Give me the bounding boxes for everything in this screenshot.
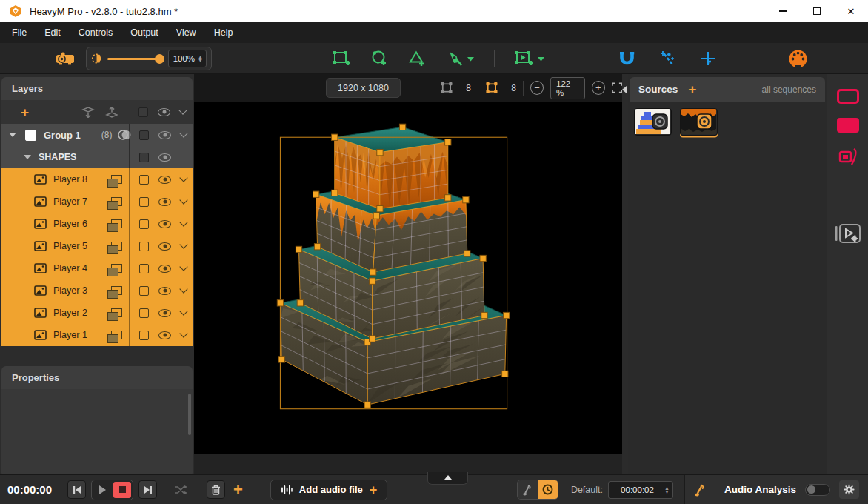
add-source-button[interactable]: + bbox=[688, 82, 696, 96]
player-chevron-icon[interactable] bbox=[179, 329, 187, 337]
add-triangle-icon[interactable] bbox=[408, 50, 426, 67]
group-row[interactable]: Group 1 (8) bbox=[1, 124, 193, 146]
layer-row-player-2[interactable]: Player 2 bbox=[1, 302, 193, 324]
layer-row-player-3[interactable]: Player 3 bbox=[1, 279, 193, 302]
layer-row-player-5[interactable]: Player 5 bbox=[1, 235, 193, 257]
layer-row-player-8[interactable]: Player 8 bbox=[1, 168, 193, 190]
minimize-button[interactable] bbox=[766, 0, 800, 22]
layers-eye-all-icon[interactable] bbox=[158, 108, 170, 116]
delete-sequence-button[interactable] bbox=[207, 480, 225, 499]
shapes-checkbox[interactable] bbox=[139, 153, 149, 162]
time-mode-button[interactable] bbox=[538, 480, 558, 499]
player-chevron-icon[interactable] bbox=[179, 218, 187, 226]
duplicate-icon[interactable] bbox=[111, 175, 122, 184]
close-button[interactable]: ✕ bbox=[834, 0, 868, 22]
player-eye-icon[interactable] bbox=[158, 242, 171, 251]
group-collapse-icon[interactable] bbox=[9, 133, 16, 137]
bring-forward-icon[interactable] bbox=[105, 107, 118, 118]
player-chevron-icon[interactable] bbox=[179, 262, 187, 271]
audio-analysis-toggle[interactable] bbox=[805, 484, 830, 496]
mapping-scene[interactable] bbox=[194, 102, 622, 454]
skip-start-button[interactable] bbox=[67, 480, 86, 499]
timeline-expand-handle[interactable] bbox=[427, 472, 468, 485]
magnet-icon[interactable] bbox=[618, 50, 636, 67]
player-eye-icon[interactable] bbox=[158, 198, 171, 206]
shapes-row[interactable]: SHAPES bbox=[1, 146, 193, 168]
pen-dropdown-icon[interactable] bbox=[467, 56, 474, 62]
player-checkbox[interactable] bbox=[139, 264, 149, 273]
beat-mode-button[interactable] bbox=[518, 480, 538, 499]
default-duration-spinner[interactable]: 00:00:02 ▲▼ bbox=[608, 481, 673, 499]
menu-controls[interactable]: Controls bbox=[70, 24, 122, 42]
beat-icon[interactable] bbox=[694, 483, 706, 497]
layers-chevron-all-icon[interactable] bbox=[178, 106, 187, 114]
pen-tool-icon[interactable] bbox=[446, 50, 464, 67]
layer-row-player-7[interactable]: Player 7 bbox=[1, 190, 193, 213]
duplicate-icon[interactable] bbox=[111, 331, 122, 339]
opacity-value-spinner[interactable]: 100% ▲▼ bbox=[168, 50, 207, 67]
menu-file[interactable]: File bbox=[3, 24, 36, 42]
menu-output[interactable]: Output bbox=[121, 24, 167, 42]
player-checkbox[interactable] bbox=[139, 242, 149, 251]
duplicate-icon[interactable] bbox=[111, 219, 122, 228]
mapping-canvas[interactable] bbox=[194, 102, 622, 454]
shapes-eye-icon[interactable] bbox=[158, 153, 171, 162]
zoom-in-button[interactable]: + bbox=[592, 81, 605, 95]
player-chevron-icon[interactable] bbox=[179, 307, 187, 315]
panel-collapse-strip[interactable] bbox=[622, 74, 628, 474]
group-chevron-icon[interactable] bbox=[179, 129, 187, 137]
player-checkbox[interactable] bbox=[139, 286, 149, 296]
duplicate-icon[interactable] bbox=[111, 264, 122, 273]
player-chevron-icon[interactable] bbox=[179, 285, 187, 293]
midi-icon[interactable] bbox=[788, 43, 808, 74]
duplicate-icon[interactable] bbox=[111, 242, 122, 251]
group-eye-icon[interactable] bbox=[158, 131, 171, 139]
player-chevron-icon[interactable] bbox=[179, 173, 187, 182]
zoom-level[interactable]: 122 % bbox=[550, 77, 585, 99]
zoom-out-button[interactable]: − bbox=[530, 81, 544, 95]
player-chevron-icon[interactable] bbox=[179, 196, 187, 204]
skip-end-button[interactable] bbox=[138, 480, 157, 499]
add-quad-icon[interactable] bbox=[333, 50, 350, 67]
group-solo-checkbox[interactable] bbox=[139, 130, 149, 140]
player-checkbox[interactable] bbox=[139, 197, 149, 207]
add-audio-file-button[interactable]: Add audio file + bbox=[270, 480, 387, 500]
layers-checkbox-all[interactable] bbox=[138, 107, 148, 117]
add-player-icon[interactable] bbox=[515, 50, 534, 67]
player-eye-icon[interactable] bbox=[158, 331, 171, 339]
fit-view-icon[interactable] bbox=[612, 82, 622, 93]
stop-button[interactable] bbox=[113, 482, 131, 498]
crosshair-icon[interactable] bbox=[699, 50, 717, 67]
play-button[interactable] bbox=[93, 482, 111, 498]
send-backward-icon[interactable] bbox=[81, 107, 95, 118]
source-thumbnail-1[interactable] bbox=[634, 108, 672, 136]
shapes-collapse-icon[interactable] bbox=[24, 155, 31, 159]
player-chevron-icon[interactable] bbox=[179, 240, 187, 248]
player-eye-icon[interactable] bbox=[158, 265, 171, 273]
duplicate-icon[interactable] bbox=[111, 308, 122, 317]
player-dropdown-icon[interactable] bbox=[538, 56, 544, 62]
magic-wand-icon[interactable] bbox=[658, 50, 677, 67]
player-checkbox[interactable] bbox=[139, 308, 149, 318]
menu-edit[interactable]: Edit bbox=[36, 24, 70, 42]
border-effect-icon[interactable] bbox=[837, 89, 859, 104]
fill-effect-icon[interactable] bbox=[837, 118, 859, 133]
player-eye-icon[interactable] bbox=[158, 176, 171, 184]
menu-help[interactable]: Help bbox=[205, 24, 242, 42]
properties-scrollbar[interactable] bbox=[188, 394, 191, 435]
draw-effect-icon[interactable] bbox=[837, 147, 859, 168]
source-thumbnail-2-selected[interactable] bbox=[680, 108, 718, 136]
shuffle-button[interactable] bbox=[171, 480, 190, 499]
maximize-button[interactable] bbox=[800, 0, 834, 22]
player-checkbox[interactable] bbox=[139, 331, 149, 340]
player-checkbox[interactable] bbox=[139, 219, 149, 229]
menu-view[interactable]: View bbox=[167, 24, 205, 42]
player-checkbox[interactable] bbox=[139, 175, 149, 185]
duplicate-icon[interactable] bbox=[111, 286, 122, 295]
duplicate-icon[interactable] bbox=[111, 197, 122, 206]
layer-row-player-4[interactable]: Player 4 bbox=[1, 257, 193, 279]
audio-settings-button[interactable] bbox=[839, 480, 859, 499]
spinner-arrows-icon[interactable]: ▲▼ bbox=[664, 486, 670, 494]
sources-filter-label[interactable]: all sequences bbox=[762, 84, 816, 95]
group-checkbox[interactable] bbox=[25, 130, 36, 141]
